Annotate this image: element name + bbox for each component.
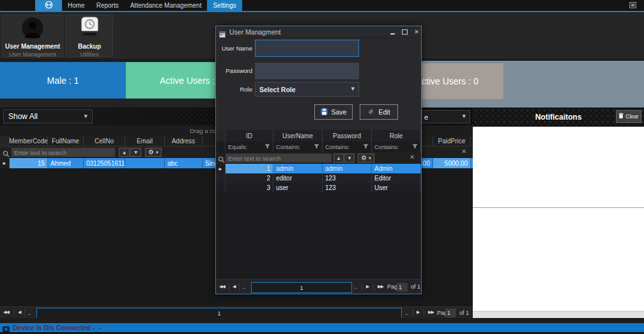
menu-bar: Home Reports Attendance Management Setti… xyxy=(0,0,644,11)
cell-paidprice[interactable]: 5000.00 xyxy=(433,158,471,168)
username-input[interactable] xyxy=(255,40,359,57)
show-all-filter-dropdown[interactable]: Show All ▼ xyxy=(3,109,93,123)
cell-id[interactable]: 1 xyxy=(226,164,273,173)
role-dropdown[interactable]: Select Role ▼ xyxy=(255,82,359,97)
search-up-button[interactable]: ▲ xyxy=(119,148,130,157)
filter-cell-id[interactable]: Equals: xyxy=(226,141,273,152)
cell-username[interactable]: admin xyxy=(273,164,323,173)
cell-address[interactable]: abc xyxy=(165,158,203,168)
tab-reports[interactable]: Reports xyxy=(91,0,125,11)
window-restore-icon[interactable] xyxy=(629,2,636,8)
search-options-button[interactable]: ▼ xyxy=(145,148,162,157)
clear-button-label: Clear xyxy=(625,113,638,120)
cell-password[interactable]: admin xyxy=(323,164,372,173)
notifications-scrollbar[interactable] xyxy=(473,311,644,318)
column-header-fullname[interactable]: FullName xyxy=(48,136,84,146)
tab-attendance-management[interactable]: Attendance Management xyxy=(125,0,208,11)
next-page-icon[interactable]: ▶ xyxy=(366,280,369,294)
row-marker-header xyxy=(216,130,226,141)
maximize-icon[interactable] xyxy=(399,28,410,36)
cell-id[interactable]: 2 xyxy=(226,173,273,183)
cell-role[interactable]: Editor xyxy=(372,173,421,183)
previous-page-icon[interactable]: ◀ xyxy=(18,307,20,318)
close-icon[interactable]: ✕ xyxy=(411,28,422,36)
current-page-box[interactable]: 1 xyxy=(251,282,352,293)
cell-password[interactable]: 123 xyxy=(323,183,372,193)
column-header-role[interactable]: Role xyxy=(372,130,421,141)
column-header-cellno[interactable]: CellNo xyxy=(84,136,125,146)
pager-dots[interactable]: .. xyxy=(27,307,31,318)
pager-dots[interactable]: .. xyxy=(242,280,245,294)
column-header-address[interactable]: Address xyxy=(165,136,203,146)
filter-funnel-icon[interactable] xyxy=(264,144,270,150)
current-page-box[interactable]: 1 xyxy=(36,308,402,319)
filter-funnel-icon[interactable] xyxy=(314,144,319,150)
column-header-id[interactable]: ID xyxy=(226,130,273,141)
cell-membercode[interactable]: 15 xyxy=(10,158,48,168)
user-row[interactable]: 3 user 123 User xyxy=(216,183,421,193)
cell-cellno[interactable]: 03125051611 xyxy=(84,158,125,168)
column-header-email[interactable]: Email xyxy=(125,136,165,146)
cell-username[interactable]: editor xyxy=(273,173,323,183)
stat-label: Active Users : xyxy=(160,76,215,86)
clear-notifications-button[interactable]: Clear xyxy=(616,110,641,123)
cell-username[interactable]: user xyxy=(273,183,323,193)
search-options-button[interactable]: ▼ xyxy=(358,154,374,163)
clear-search-icon[interactable]: ✕ xyxy=(410,154,415,161)
previous-page-icon[interactable]: ◀ xyxy=(233,280,235,294)
first-page-icon[interactable]: ◀◀ xyxy=(3,307,9,318)
next-page-icon[interactable]: ▶ xyxy=(417,307,419,318)
user-management-button[interactable]: User Management User Management xyxy=(2,15,63,57)
pager-dots[interactable]: .. xyxy=(354,280,357,294)
cell-role[interactable]: Admin xyxy=(372,164,421,173)
first-page-icon[interactable]: ◀◀ xyxy=(219,280,225,294)
tab-settings[interactable]: Settings xyxy=(207,0,241,11)
cell-password[interactable]: 123 xyxy=(323,173,372,183)
page-number-input[interactable] xyxy=(445,308,456,317)
save-button[interactable]: Save xyxy=(314,104,353,120)
search-down-button[interactable]: ▼ xyxy=(130,148,141,157)
app-logo-icon xyxy=(45,0,53,12)
user-row[interactable]: 2 editor 123 Editor xyxy=(216,173,421,183)
column-header-password[interactable]: Password xyxy=(323,130,372,141)
chevron-down-icon: ▼ xyxy=(369,157,371,160)
user-row-selected[interactable]: ▶ 1 admin admin Admin xyxy=(216,164,421,173)
dropdown-value: e xyxy=(424,113,428,121)
search-input[interactable] xyxy=(12,148,115,157)
search-input[interactable] xyxy=(226,154,332,163)
status-gap xyxy=(0,318,644,323)
search-up-button[interactable]: ▲ xyxy=(334,154,344,163)
ribbon-tabs: Home Reports Attendance Management Setti… xyxy=(62,0,242,11)
password-input[interactable] xyxy=(255,63,359,79)
trash-icon xyxy=(618,113,624,120)
cell-id[interactable]: 3 xyxy=(226,183,273,193)
minimize-icon[interactable] xyxy=(387,28,397,36)
clear-search-icon[interactable]: ✕ xyxy=(461,148,466,155)
cell-role[interactable]: User xyxy=(372,183,421,193)
search-down-button[interactable]: ▼ xyxy=(344,154,355,163)
filter-cell-password[interactable]: Contains: xyxy=(323,141,372,152)
row-marker-icon: ▶ xyxy=(216,164,226,173)
filter-funnel-icon[interactable] xyxy=(412,144,418,150)
column-header-membercode[interactable]: MemberCode xyxy=(10,136,48,146)
backup-button[interactable]: Backup Utilities xyxy=(66,15,113,57)
column-header-paidprice[interactable]: PaidPrice xyxy=(433,136,471,146)
page-number-input[interactable] xyxy=(397,283,408,292)
dialog-title-bar[interactable]: User Managment ✕ xyxy=(216,26,421,38)
filter-cell-role[interactable]: Contains: xyxy=(372,141,421,152)
last-page-icon[interactable]: ▶▶ xyxy=(378,280,383,294)
partial-dropdown-cut-by-dialog[interactable]: e ▼ xyxy=(422,110,470,123)
last-page-icon[interactable]: ▶▶ xyxy=(428,307,434,318)
cell-email[interactable] xyxy=(125,158,165,168)
cell-fullname[interactable]: Ahmed xyxy=(48,158,84,168)
pager-dots[interactable]: .. xyxy=(405,307,408,318)
filter-cell-username[interactable]: Contains: xyxy=(273,141,323,152)
column-header-username[interactable]: UserName xyxy=(273,130,323,141)
ribbon-group-caption: Utilities xyxy=(66,51,112,58)
dialog-grid-header-row: ID UserName Password Role xyxy=(216,130,421,141)
edit-button[interactable]: Edit xyxy=(360,104,398,120)
main-grid-pager: ◀◀ ◀ .. 1 .. ▶ ▶▶ Page of 1 xyxy=(0,306,473,318)
tab-home[interactable]: Home xyxy=(62,0,91,11)
app-menu-button[interactable] xyxy=(35,0,62,11)
filter-funnel-icon[interactable] xyxy=(363,144,369,150)
